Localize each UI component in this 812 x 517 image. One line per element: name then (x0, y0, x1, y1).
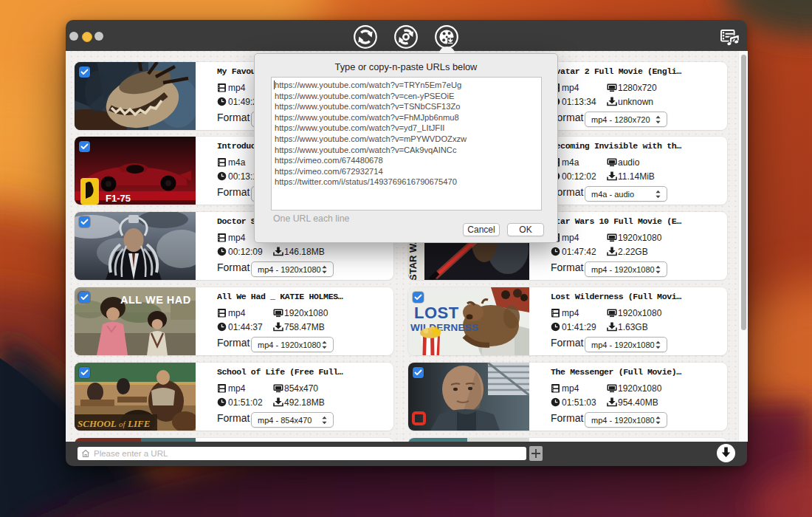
svg-text:ALL WE HAD: ALL WE HAD (120, 294, 191, 306)
svg-text:LIFE: LIFE (127, 418, 151, 429)
svg-text:LOST: LOST (414, 304, 459, 322)
svg-text:F1-75: F1-75 (106, 193, 131, 204)
svg-text:SCHOOL: SCHOOL (78, 418, 117, 429)
